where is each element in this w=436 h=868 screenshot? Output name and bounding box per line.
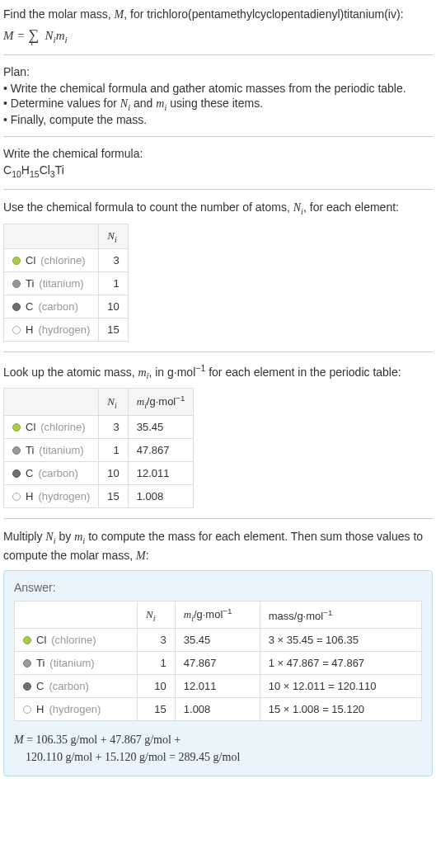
- element-dot-icon: [23, 636, 31, 644]
- column-header-N: Ni: [137, 601, 175, 629]
- lookup-section: Look up the atomic mass, mi, in g·mol−1 …: [3, 362, 433, 508]
- column-header-m: mi/g·mol−1: [175, 601, 260, 629]
- final-calculation: M = 106.35 g/mol + 47.867 g/mol + 120.11…: [14, 731, 422, 766]
- table-row: Cl (chlorine) 3 35.45 3 × 35.45 = 106.35: [15, 629, 422, 652]
- element-dot-icon: [12, 469, 21, 478]
- plan-item: • Write the chemical formula and gather …: [3, 82, 433, 95]
- element-dot-icon: [12, 423, 21, 432]
- intro-section: Find the molar mass, M, for trichloro(pe…: [3, 7, 433, 45]
- element-dot-icon: [12, 280, 21, 288]
- table-row: C (carbon) 10 12.011: [4, 462, 194, 485]
- molar-mass-formula: M = ∑i Nimi: [3, 26, 433, 45]
- table-row: H (hydrogen) 15 1.008 15 × 1.008 = 15.12…: [15, 698, 422, 721]
- column-header-m: mi/g·mol−1: [128, 389, 194, 416]
- element-dot-icon: [23, 682, 31, 691]
- divider: [3, 54, 433, 55]
- table-row: Cl (chlorine) 3 35.45: [4, 416, 194, 439]
- divider: [3, 189, 433, 190]
- column-header-mass: mass/g·mol−1: [260, 601, 421, 629]
- divider: [3, 518, 433, 519]
- table-header-row: Ni mi/g·mol−1 mass/g·mol−1: [15, 601, 422, 629]
- answer-label: Answer:: [14, 581, 422, 594]
- lookup-intro: Look up the atomic mass, mi, in g·mol−1 …: [3, 362, 433, 383]
- multiply-intro: Multiply Ni by mi to compute the mass fo…: [3, 529, 433, 564]
- plan-title: Plan:: [3, 65, 433, 78]
- count-table: Ni Cl (chlorine) 3 Ti (titanium) 1 C (ca…: [3, 224, 129, 342]
- element-dot-icon: [23, 659, 31, 668]
- plan-item: • Finally, compute the mass.: [3, 113, 433, 126]
- element-dot-icon: [23, 705, 31, 714]
- multiply-section: Multiply Ni by mi to compute the mass fo…: [3, 529, 433, 776]
- column-header-N: Ni: [99, 224, 128, 249]
- table-row: Ti (titanium) 1: [4, 272, 129, 295]
- plan-section: Plan: • Write the chemical formula and g…: [3, 65, 433, 127]
- chemical-formula: C10H15Cl3Ti: [3, 163, 433, 179]
- plan-item: • Determine values for Ni and mi using t…: [3, 97, 433, 112]
- element-dot-icon: [12, 303, 21, 311]
- table-row: C (carbon) 10: [4, 295, 129, 318]
- table-row: H (hydrogen) 15 1.008: [4, 485, 194, 508]
- lookup-table: Ni mi/g·mol−1 Cl (chlorine) 3 35.45 Ti (…: [3, 388, 194, 508]
- answer-table: Ni mi/g·mol−1 mass/g·mol−1 Cl (chlorine)…: [14, 601, 422, 721]
- divider: [3, 136, 433, 137]
- intro-text: Find the molar mass, M, for trichloro(pe…: [3, 7, 433, 23]
- element-dot-icon: [12, 257, 21, 265]
- answer-box: Answer: Ni mi/g·mol−1 mass/g·mol−1 Cl (c…: [3, 570, 433, 776]
- count-intro: Use the chemical formula to count the nu…: [3, 200, 433, 218]
- chemical-formula-section: Write the chemical formula: C10H15Cl3Ti: [3, 147, 433, 179]
- table-header-row: Ni: [4, 224, 129, 249]
- count-section: Use the chemical formula to count the nu…: [3, 200, 433, 342]
- table-row: C (carbon) 10 12.011 10 × 12.011 = 120.1…: [15, 675, 422, 698]
- plan-list: • Write the chemical formula and gather …: [3, 82, 433, 127]
- chemical-formula-title: Write the chemical formula:: [3, 147, 433, 160]
- table-row: H (hydrogen) 15: [4, 318, 129, 342]
- divider: [3, 351, 433, 352]
- table-row: Ti (titanium) 1 47.867 1 × 47.867 = 47.8…: [15, 652, 422, 675]
- table-header-row: Ni mi/g·mol−1: [4, 389, 194, 416]
- element-dot-icon: [12, 326, 21, 334]
- element-dot-icon: [12, 446, 21, 455]
- table-row: Ti (titanium) 1 47.867: [4, 439, 194, 462]
- column-header-N: Ni: [99, 389, 128, 416]
- table-row: Cl (chlorine) 3: [4, 249, 129, 272]
- element-dot-icon: [12, 493, 21, 501]
